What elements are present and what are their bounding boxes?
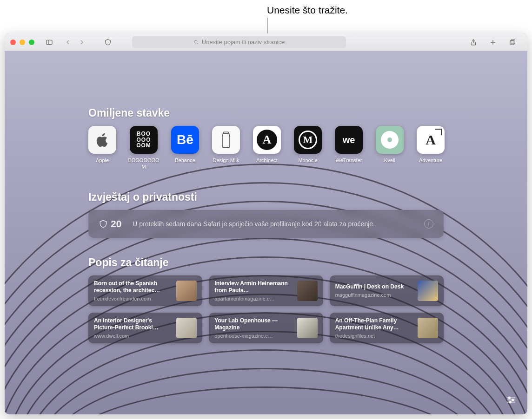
chevron-left-icon [64,39,72,46]
reading-item-thumbnail [176,281,197,301]
reading-item-title: MacGuffin | Desk on Desk [335,283,413,291]
favorite-label: WeTransfer [336,157,362,164]
privacy-description: U proteklih sedam dana Safari je spriječ… [133,220,424,228]
reading-item-url: www.dwell.com [94,333,172,339]
favorite-label: BOOOOOOOM [127,157,160,170]
favorite-label: Design Milk [213,157,239,164]
svg-rect-8 [510,40,514,45]
address-bar[interactable]: Unesite pojam ili naziv stranice [132,36,346,48]
callout-label: Unesite što tražite. [267,5,348,16]
favorite-design-milk[interactable]: Design Milk [212,126,240,170]
nav-buttons [61,37,88,48]
favorite-label: Archinect [256,157,278,164]
tabs-icon [509,39,516,46]
shield-icon [99,219,108,229]
favorite-wetransfer[interactable]: we WeTransfer [335,126,363,170]
close-window-button[interactable] [10,39,16,45]
sidebar-toggle-button[interactable] [43,37,56,48]
reading-item-title: An Off-The-Plan Family Apartment Unlike … [335,317,413,332]
shield-icon [104,39,112,46]
window-controls [10,39,34,45]
reading-list-item[interactable]: Interview Armin Heinemann from Paula… ap… [209,275,323,306]
reading-list-item[interactable]: An Off-The-Plan Family Apartment Unlike … [330,313,444,343]
info-button[interactable]: i [424,219,433,229]
svg-point-12 [512,399,514,401]
customize-start-page-button[interactable] [506,396,519,407]
favorite-label: Apple [96,157,109,164]
reading-list-item[interactable]: MacGuffin | Desk on Desk magguffinmagazi… [330,275,444,306]
monocle-icon: M [294,126,322,154]
privacy-report-button[interactable] [101,37,114,48]
favorite-adventure[interactable]: A Adventure [417,126,445,170]
forward-button[interactable] [75,37,88,48]
design-milk-icon [212,126,240,154]
favorites-row: Apple BOOOOOOOM BOOOOOOOM Bē Behance [88,126,444,170]
reading-list-grid: Born out of the Spanish recession, the a… [88,275,444,343]
svg-point-2 [194,40,197,43]
favorite-monocle[interactable]: M Monocle [294,126,322,170]
apple-icon [88,126,116,154]
behance-icon: Bē [171,126,199,154]
toolbar: Unesite pojam ili naziv stranice [5,33,527,51]
address-placeholder: Unesite pojam ili naziv stranice [202,39,285,46]
favorite-label: Monocle [298,157,318,164]
minimize-window-button[interactable] [20,39,25,45]
reading-item-url: thedesignfiles.net [335,333,413,339]
adventure-icon: A [417,126,445,154]
reading-list-item[interactable]: An Interior Designer's Picture-Perfect B… [88,313,202,343]
tracker-count: 20 [111,218,121,229]
reading-item-title: An Interior Designer's Picture-Perfect B… [94,317,172,332]
privacy-count: 20 [99,218,121,229]
share-icon [470,39,477,46]
reading-item-url: magguffinmagazine.com [335,292,413,298]
back-button[interactable] [61,37,74,48]
reading-item-url: freundevonfreunden.com [94,296,172,301]
reading-item-title: Your Lab Openhouse — Magazine [214,317,292,332]
sidebar-icon [46,39,53,46]
favorite-label: Kvell [384,157,395,164]
safari-window: Unesite pojam ili naziv stranice [5,33,527,414]
search-icon [193,39,199,45]
reading-item-thumbnail [418,281,438,301]
tabs-overview-button[interactable] [506,37,519,48]
kvell-icon [376,126,404,154]
chevron-right-icon [78,39,86,46]
favorite-archinect[interactable]: A Archinect [253,126,281,170]
reading-list-title: Popis za čitanje [88,256,444,269]
privacy-title: Izvještaj o privatnosti [88,191,444,203]
new-tab-button[interactable] [486,37,499,48]
reading-item-thumbnail [297,318,318,338]
share-button[interactable] [467,37,480,48]
booooooom-icon: BOOOOOOOM [130,126,158,154]
reading-item-title: Interview Armin Heinemann from Paula… [214,280,292,295]
favorite-label: Behance [175,157,195,164]
reading-item-thumbnail [418,318,438,338]
favorite-behance[interactable]: Bē Behance [171,126,199,170]
svg-point-14 [509,401,511,403]
svg-rect-7 [511,39,515,44]
svg-line-3 [197,43,198,44]
favorite-apple[interactable]: Apple [88,126,116,170]
reading-item-url: apartamentomagazine.c… [214,296,292,301]
svg-rect-0 [47,40,52,44]
plus-icon [489,39,497,46]
maximize-window-button[interactable] [29,39,34,45]
archinect-icon: A [253,126,281,154]
content-inner: Omiljene stavke Apple BOOOOOOOM BOOOOOOO… [5,51,527,362]
sliders-icon [506,396,516,404]
reading-item-url: openhouse-magazine.c… [214,333,292,339]
reading-list-item[interactable]: Born out of the Spanish recession, the a… [88,275,202,306]
favorites-title: Omiljene stavke [88,107,444,119]
toolbar-right [467,37,519,48]
wetransfer-icon: we [335,126,363,154]
svg-point-10 [508,397,510,399]
reading-item-thumbnail [176,318,197,338]
reading-item-title: Born out of the Spanish recession, the a… [94,280,172,295]
start-page: Omiljene stavke Apple BOOOOOOOM BOOOOOOO… [5,51,527,414]
favorite-label: Adventure [419,157,442,164]
privacy-report-card[interactable]: 20 U proteklih sedam dana Safari je spri… [88,210,444,238]
favorite-booooooom[interactable]: BOOOOOOOM BOOOOOOOM [129,126,158,170]
favorite-kvell[interactable]: Kvell [376,126,404,170]
reading-list-item[interactable]: Your Lab Openhouse — Magazine openhouse-… [209,313,323,343]
reading-item-thumbnail [297,281,318,301]
